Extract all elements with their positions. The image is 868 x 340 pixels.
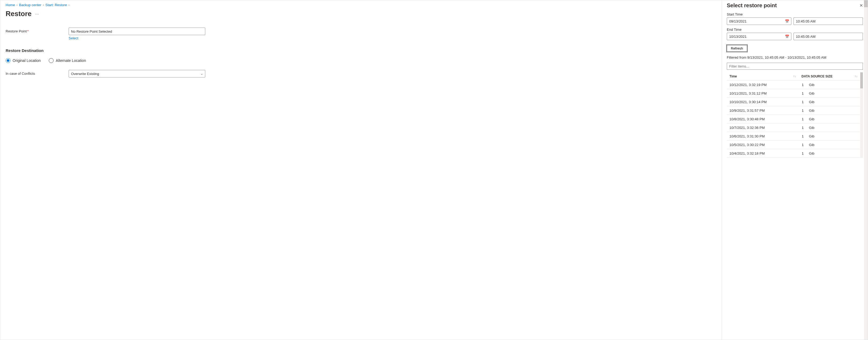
cell-size-unit: Gib xyxy=(806,81,860,89)
breadcrumb: Home › Backup center › Start: Restore › xyxy=(6,3,716,7)
cell-time: 10/4/2021, 3:32:18 PM xyxy=(727,149,799,158)
select-restore-point-link[interactable]: Select xyxy=(69,36,205,40)
close-icon[interactable]: ✕ xyxy=(860,3,863,8)
breadcrumb-start-restore[interactable]: Start: Restore xyxy=(45,3,67,7)
restore-points-table: Time ↑↓ DATA SOURCE SIZE ↑↓ 10/12/2021, … xyxy=(727,72,860,158)
filtered-range-text: Filtered from 9/13/2021, 10:45:05 AM - 1… xyxy=(727,56,863,60)
cell-size-num: 1 xyxy=(799,149,806,158)
select-restore-point-blade: Select restore point ✕ Start Time 📅 End … xyxy=(722,0,868,340)
table-row[interactable]: 10/6/2021, 3:31:30 PM1Gib xyxy=(727,132,860,141)
blade-title: Select restore point xyxy=(727,2,777,8)
scrollbar-thumb[interactable] xyxy=(864,0,868,7)
cell-size-num: 1 xyxy=(799,98,806,106)
table-row[interactable]: 10/5/2021, 3:30:22 PM1Gib xyxy=(727,141,860,149)
blade-scrollbar[interactable] xyxy=(864,0,868,340)
cell-size-unit: Gib xyxy=(806,124,860,132)
cell-time: 10/8/2021, 3:30:48 PM xyxy=(727,115,799,124)
breadcrumb-home[interactable]: Home xyxy=(6,3,15,7)
conflicts-label: In case of Conflicts xyxy=(6,70,69,75)
start-date-input[interactable] xyxy=(727,18,792,25)
end-date-input[interactable] xyxy=(727,33,792,40)
column-time[interactable]: Time ↑↓ xyxy=(727,72,799,81)
cell-size-num: 1 xyxy=(799,106,806,115)
table-row[interactable]: 10/7/2021, 3:32:36 PM1Gib xyxy=(727,124,860,132)
radio-original-location[interactable]: Original Location xyxy=(6,58,41,63)
cell-size-unit: Gib xyxy=(806,141,860,149)
filter-items-input[interactable] xyxy=(727,63,863,70)
cell-size-unit: Gib xyxy=(806,98,860,106)
cell-size-unit: Gib xyxy=(806,149,860,158)
radio-icon xyxy=(6,58,10,63)
cell-size-num: 1 xyxy=(799,115,806,124)
cell-time: 10/5/2021, 3:30:22 PM xyxy=(727,141,799,149)
page-title: Restore xyxy=(6,10,32,18)
cell-time: 10/7/2021, 3:32:36 PM xyxy=(727,124,799,132)
cell-size-num: 1 xyxy=(799,81,806,89)
main-panel: Home › Backup center › Start: Restore › … xyxy=(0,0,722,340)
cell-size-unit: Gib xyxy=(806,115,860,124)
table-row[interactable]: 10/8/2021, 3:30:48 PM1Gib xyxy=(727,115,860,124)
breadcrumb-backup-center[interactable]: Backup center xyxy=(19,3,41,7)
cell-size-unit: Gib xyxy=(806,89,860,98)
table-row[interactable]: 10/10/2021, 3:30:14 PM1Gib xyxy=(727,98,860,106)
chevron-right-icon: › xyxy=(69,3,69,6)
end-time-label: End Time xyxy=(727,28,863,32)
cell-size-num: 1 xyxy=(799,132,806,141)
cell-time: 10/11/2021, 3:31:12 PM xyxy=(727,89,799,98)
table-scrollbar[interactable] xyxy=(860,72,863,158)
end-time-input[interactable] xyxy=(794,33,863,40)
restore-destination-heading: Restore Destination xyxy=(6,48,716,53)
radio-icon xyxy=(49,58,54,63)
cell-time: 10/10/2021, 3:30:14 PM xyxy=(727,98,799,106)
sort-icon: ↑↓ xyxy=(793,74,796,78)
table-row[interactable]: 10/4/2021, 3:32:18 PM1Gib xyxy=(727,149,860,158)
table-row[interactable]: 10/12/2021, 3:32:19 PM1Gib xyxy=(727,81,860,89)
radio-alternate-location[interactable]: Alternate Location xyxy=(49,58,86,63)
restore-point-label: Restore Point* xyxy=(6,28,69,33)
refresh-button[interactable]: Refresh xyxy=(727,45,747,52)
restore-point-input[interactable] xyxy=(69,28,205,35)
sort-icon: ↑↓ xyxy=(855,74,858,78)
cell-size-num: 1 xyxy=(799,124,806,132)
more-icon[interactable]: ··· xyxy=(35,12,39,16)
conflicts-select[interactable] xyxy=(69,70,205,78)
cell-size-num: 1 xyxy=(799,89,806,98)
column-size[interactable]: DATA SOURCE SIZE ↑↓ xyxy=(799,72,860,81)
cell-time: 10/9/2021, 3:31:57 PM xyxy=(727,106,799,115)
scrollbar-thumb[interactable] xyxy=(860,72,863,88)
chevron-right-icon: › xyxy=(17,3,18,6)
cell-size-num: 1 xyxy=(799,141,806,149)
cell-time: 10/6/2021, 3:31:30 PM xyxy=(727,132,799,141)
cell-time: 10/12/2021, 3:32:19 PM xyxy=(727,81,799,89)
chevron-right-icon: › xyxy=(43,3,44,6)
table-row[interactable]: 10/9/2021, 3:31:57 PM1Gib xyxy=(727,106,860,115)
cell-size-unit: Gib xyxy=(806,132,860,141)
cell-size-unit: Gib xyxy=(806,106,860,115)
start-time-label: Start Time xyxy=(727,12,863,17)
start-time-input[interactable] xyxy=(794,18,863,25)
table-row[interactable]: 10/11/2021, 3:31:12 PM1Gib xyxy=(727,89,860,98)
